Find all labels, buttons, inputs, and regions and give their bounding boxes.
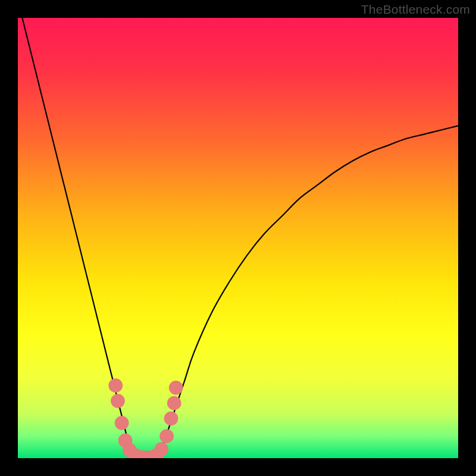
chart-root: TheBottleneck.com [0,0,476,476]
highlight-marker [115,416,129,430]
highlight-marker [164,412,178,426]
highlight-marker [154,442,168,456]
highlight-marker [159,429,174,443]
highlight-marker [108,378,123,393]
watermark-text: TheBottleneck.com [361,2,470,17]
plot-area [18,18,458,458]
curve-layer [18,18,458,458]
highlight-marker [169,381,183,395]
highlight-marker [167,396,181,411]
highlight-markers [108,378,183,458]
highlight-marker [111,394,125,408]
bottleneck-curve [18,18,458,458]
